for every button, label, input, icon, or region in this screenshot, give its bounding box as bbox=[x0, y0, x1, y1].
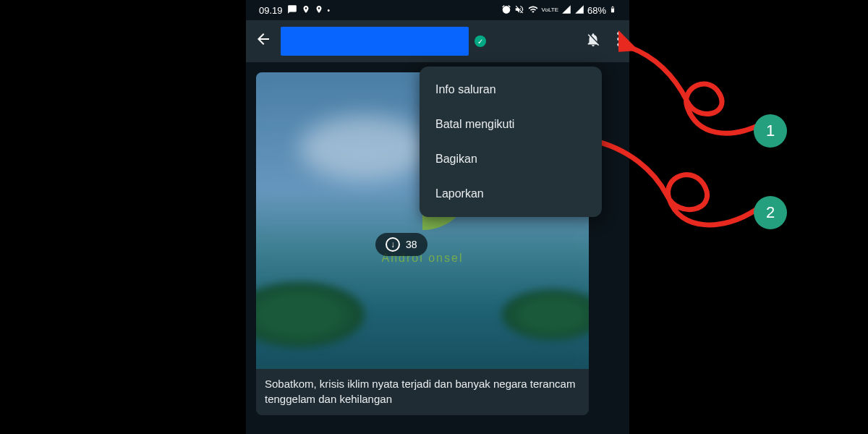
location-icon-2 bbox=[315, 4, 323, 17]
mute-icon[interactable] bbox=[585, 32, 601, 51]
svg-point-3 bbox=[617, 38, 620, 41]
annotation-arrow-1 bbox=[618, 29, 770, 145]
wifi-icon bbox=[527, 4, 539, 17]
annotation-step-2: 2 bbox=[754, 196, 787, 229]
chat-notification-icon bbox=[287, 4, 297, 17]
menu-item-channel-info[interactable]: Info saluran bbox=[420, 72, 602, 107]
network-type-label: VoLTE bbox=[542, 7, 558, 13]
alarm-icon bbox=[501, 4, 511, 17]
battery-percent: 68% bbox=[587, 5, 606, 16]
back-button[interactable] bbox=[255, 30, 272, 52]
menu-item-unfollow[interactable]: Batal mengikuti bbox=[420, 107, 602, 142]
phone-screen: 09.19 • VoLTE bbox=[246, 0, 629, 434]
menu-item-share[interactable]: Bagikan bbox=[420, 142, 602, 176]
download-button[interactable]: ↓ 38 bbox=[375, 233, 427, 256]
svg-point-4 bbox=[617, 43, 620, 46]
verified-badge-icon: ✓ bbox=[475, 35, 486, 47]
location-icon bbox=[302, 4, 310, 17]
menu-item-report[interactable]: Laporkan bbox=[420, 176, 602, 211]
download-icon: ↓ bbox=[386, 237, 400, 252]
status-bar-left: 09.19 • bbox=[259, 4, 330, 17]
more-notifications-dot: • bbox=[328, 7, 331, 14]
signal-icon-1 bbox=[561, 4, 571, 17]
channel-title-redacted[interactable] bbox=[281, 27, 469, 56]
more-options-button[interactable] bbox=[617, 32, 621, 51]
svg-rect-0 bbox=[611, 8, 613, 12]
overflow-menu: Info saluran Batal mengikuti Bagikan Lap… bbox=[420, 67, 602, 217]
header-actions bbox=[585, 32, 621, 51]
battery-icon bbox=[609, 4, 616, 17]
download-count: 38 bbox=[406, 239, 417, 250]
status-time: 09.19 bbox=[259, 5, 283, 16]
annotation-step-1: 1 bbox=[754, 114, 787, 148]
vibrate-icon bbox=[514, 4, 524, 17]
status-bar: 09.19 • VoLTE bbox=[246, 0, 629, 20]
chat-header: ✓ bbox=[246, 20, 629, 62]
signal-icon-2 bbox=[574, 4, 584, 17]
svg-rect-1 bbox=[611, 7, 613, 9]
status-bar-right: VoLTE 68% bbox=[501, 4, 616, 17]
svg-point-2 bbox=[617, 32, 620, 35]
message-text: Sobatkom, krisis iklim nyata terjadi dan… bbox=[256, 369, 589, 415]
